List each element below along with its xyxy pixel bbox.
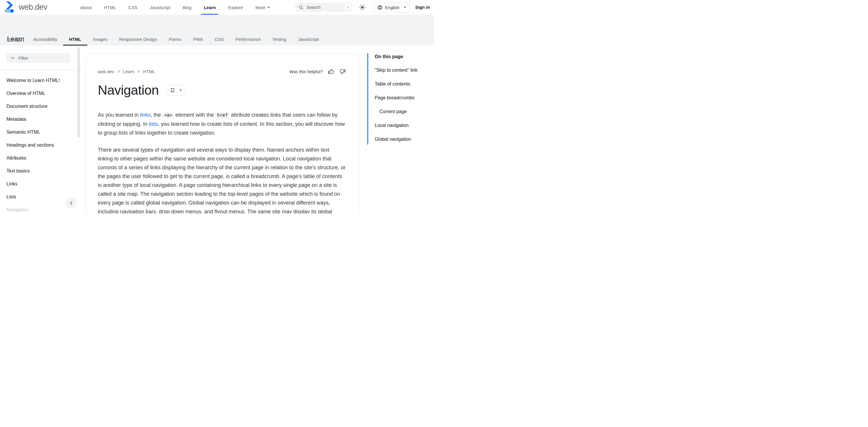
feedback: Was this helpful? (289, 68, 346, 75)
thumbs-up-icon (328, 68, 334, 75)
sidebar-item-text-basics[interactable]: Text basics (0, 165, 77, 177)
chevron-down-icon (268, 7, 270, 8)
sidebar-item-metadata[interactable]: Metadata (0, 113, 77, 126)
top-nav-about[interactable]: About (74, 0, 98, 15)
inline-code: <a> (162, 112, 174, 118)
paragraph: As you learned in links, the <a> element… (98, 111, 346, 137)
helpful-label: Was this helpful? (289, 69, 323, 74)
bookmark-icon (170, 88, 175, 93)
toc-item-current-page[interactable]: Current page (375, 109, 417, 115)
sidebar-item-overview-of-html[interactable]: Overview of HTML (0, 87, 77, 100)
article-body: As you learned in links, the <a> element… (98, 111, 346, 214)
paragraph-text: There are several types of navigation an… (98, 147, 346, 214)
tab-testing[interactable]: Testing (267, 33, 292, 46)
top-nav-javascript[interactable]: JavaScript (144, 0, 177, 15)
site-header: web.dev AboutHTMLCSSJavaScriptBlogLearnE… (0, 0, 434, 15)
sidebar-item-document-structure[interactable]: Document structure (0, 100, 77, 113)
sidebar-item-semantic-html[interactable]: Semantic HTML (0, 126, 77, 139)
toc-item-local-navigation[interactable]: Local navigation (375, 122, 417, 129)
tab-performance[interactable]: Performance (229, 33, 267, 46)
tab-forms[interactable]: Forms (163, 33, 187, 46)
tab-html[interactable]: HTML (63, 33, 87, 46)
inline-code: href (215, 112, 229, 118)
sun-icon (359, 4, 366, 11)
search-shortcut-badge: / (344, 4, 351, 10)
tab-css[interactable]: CSS (209, 33, 229, 46)
paragraph: There are several types of navigation an… (98, 145, 346, 214)
top-nav-html[interactable]: HTML (98, 0, 122, 15)
theme-toggle-button[interactable] (359, 4, 366, 11)
tab-responsive-design[interactable]: Responsive Design (113, 33, 163, 46)
top-nav-explore[interactable]: Explore (222, 0, 249, 15)
sidebar-item-welcome-to-learn-html[interactable]: Welcome to Learn HTML! (0, 74, 77, 87)
on-this-page: On this page "Skip to content" linkTable… (367, 53, 417, 145)
breadcrumb-learn[interactable]: Learn (123, 69, 134, 74)
sidebar-list: Welcome to Learn HTML!Overview of HTMLDo… (0, 74, 77, 214)
top-nav-learn[interactable]: Learn (197, 0, 222, 15)
sidebar-item-headings-and-sections[interactable]: Headings and sections (0, 139, 77, 152)
page: web.dev AboutHTMLCSSJavaScriptBlogLearnE… (0, 0, 434, 214)
sidebar-scrollbar[interactable] (78, 47, 80, 137)
thumbs-down-button[interactable] (339, 68, 346, 75)
search-placeholder: Search (307, 5, 321, 10)
paragraph-text: element with the (174, 112, 215, 118)
top-nav: AboutHTMLCSSJavaScriptBlogLearnExploreMo… (74, 0, 276, 15)
inline-link-links[interactable]: links (140, 112, 151, 118)
toc-item-global-navigation[interactable]: Global navigation (375, 136, 417, 142)
tab-javascript[interactable]: JavaScript (292, 33, 324, 46)
chevron-right-icon (117, 69, 121, 74)
learn-band: Learn PrivacyAccessibilityHTMLImagesResp… (0, 15, 434, 46)
toc-item-table-of-contents[interactable]: Table of contents (375, 81, 417, 87)
toc-item-skip-to-content-link[interactable]: "Skip to content" link (375, 67, 417, 73)
language-selector[interactable]: English (373, 2, 410, 12)
tab-accessibility[interactable]: Accessibility (27, 33, 63, 46)
title-row: Navigation (98, 81, 346, 99)
breadcrumb-web-dev[interactable]: web.dev (98, 69, 114, 74)
logo-wordmark: web.dev (19, 3, 47, 12)
course-sidebar: Filter Welcome to Learn HTML!Overview of… (0, 46, 82, 214)
page-title: Navigation (98, 83, 159, 98)
article-card: web.devLearnHTML Was this helpful? Navig… (86, 53, 360, 214)
sidebar-item-navigation[interactable]: Navigation (0, 203, 77, 214)
thumbs-down-icon (339, 68, 346, 75)
top-nav-blog[interactable]: Blog (177, 0, 197, 15)
collapse-sidebar-button[interactable] (65, 197, 77, 209)
webdev-logo[interactable]: web.dev (3, 1, 47, 13)
top-nav-more[interactable]: More (249, 0, 276, 15)
tab-pwa[interactable]: PWA (187, 33, 209, 46)
search-input[interactable]: Search / (295, 3, 352, 12)
toc-item-page-breadcrumbs[interactable]: Page breadcrumbs (375, 95, 417, 101)
chevron-down-icon (404, 7, 406, 8)
chevron-right-icon (136, 69, 141, 74)
chevron-left-icon (68, 200, 74, 206)
paragraph-text: As you learned in (98, 112, 140, 118)
article-top-row: web.devLearnHTML Was this helpful? (98, 69, 346, 74)
search-icon (298, 5, 304, 10)
paragraph-text: , the (151, 112, 162, 118)
toc-list: "Skip to content" linkTable of contentsP… (375, 67, 417, 142)
globe-icon (377, 5, 382, 10)
sidebar-item-attributes[interactable]: Attributes (0, 152, 77, 165)
tab-images[interactable]: Images (87, 33, 113, 46)
toc-title: On this page (375, 54, 417, 59)
breadcrumb-html[interactable]: HTML (143, 69, 155, 74)
chevron-down-icon (179, 90, 182, 91)
breadcrumb: web.devLearnHTML (98, 69, 155, 74)
bookmark-button[interactable] (166, 85, 185, 95)
filter-placeholder: Filter (19, 56, 28, 60)
course-tabs: PrivacyAccessibilityHTMLImagesResponsive… (1, 33, 324, 46)
filter-input[interactable]: Filter (6, 53, 70, 63)
language-label: English (385, 5, 399, 10)
tab-privacy[interactable]: Privacy (1, 33, 27, 46)
sidebar-item-links[interactable]: Links (0, 177, 77, 191)
filter-icon (10, 56, 15, 60)
webdev-logo-icon (3, 1, 17, 13)
sign-in-link[interactable]: Sign in (415, 5, 430, 10)
top-nav-css[interactable]: CSS (122, 0, 144, 15)
inline-link-lists[interactable]: lists (149, 121, 158, 127)
thumbs-up-button[interactable] (328, 68, 334, 75)
sidebar-divider (0, 70, 82, 70)
